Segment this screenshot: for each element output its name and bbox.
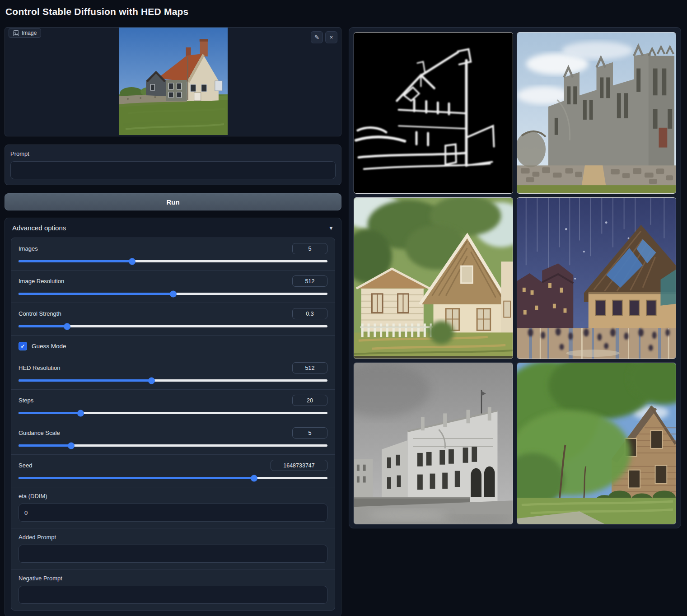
slider-track-hed-resolution[interactable] bbox=[19, 379, 327, 382]
advanced-options-accordion: Advanced options ▼ Images 5 Image Resolu… bbox=[5, 218, 341, 616]
slider-handle-images[interactable] bbox=[129, 258, 136, 265]
slider-value-control-strength[interactable]: 0.3 bbox=[292, 308, 327, 319]
slider-track-control-strength[interactable] bbox=[19, 325, 327, 327]
slider-track-seed[interactable] bbox=[19, 477, 327, 479]
negative-prompt-row: Negative Prompt bbox=[11, 569, 335, 610]
slider-handle-hed-resolution[interactable] bbox=[148, 377, 155, 384]
negative-prompt-label: Negative Prompt bbox=[19, 575, 327, 582]
image-input-panel[interactable]: Image ✎ × bbox=[5, 27, 341, 136]
slider-fill bbox=[19, 293, 173, 295]
close-icon: × bbox=[330, 34, 333, 41]
slider-fill bbox=[19, 444, 71, 447]
guess-mode-label: Guess Mode bbox=[32, 343, 66, 350]
result-gallery bbox=[349, 27, 681, 528]
gallery-item-wooden-cottage[interactable] bbox=[354, 197, 513, 359]
guess-mode-checkbox[interactable]: ✓ bbox=[19, 342, 27, 350]
slider-fill bbox=[19, 412, 80, 414]
slider-label-image-resolution: Image Resolution bbox=[19, 278, 64, 285]
slider-row-image-resolution: Image Resolution 512 bbox=[11, 271, 335, 303]
slider-fill bbox=[19, 379, 151, 382]
added-prompt-input[interactable] bbox=[19, 545, 327, 563]
gallery-item-night-painting[interactable] bbox=[517, 197, 676, 359]
added-prompt-field[interactable] bbox=[24, 550, 322, 558]
slider-handle-seed[interactable] bbox=[251, 475, 257, 481]
added-prompt-row: Added Prompt bbox=[11, 528, 335, 569]
gallery-item-bw-photograph[interactable] bbox=[354, 363, 513, 524]
slider-row-steps: Steps 20 bbox=[11, 390, 335, 422]
slider-row-guidance-scale: Guidance Scale 5 bbox=[11, 422, 335, 455]
clear-image-button[interactable]: × bbox=[325, 31, 337, 43]
eta-row: eta (DDIM) 0 bbox=[11, 487, 335, 528]
slider-value-steps[interactable]: 20 bbox=[292, 395, 327, 406]
slider-label-seed: Seed bbox=[19, 462, 32, 469]
guess-mode-row[interactable]: ✓ Guess Mode bbox=[11, 336, 335, 357]
slider-handle-guidance-scale[interactable] bbox=[68, 442, 75, 449]
slider-fill bbox=[19, 325, 67, 327]
slider-value-seed[interactable]: 1648733747 bbox=[271, 460, 327, 471]
image-input-label: Image bbox=[22, 30, 37, 36]
slider-value-image-resolution[interactable]: 512 bbox=[292, 275, 327, 287]
control-column: Image ✎ × bbox=[5, 27, 341, 616]
uploaded-image[interactable] bbox=[119, 28, 228, 135]
slider-value-guidance-scale[interactable]: 5 bbox=[292, 427, 327, 439]
prompt-input[interactable] bbox=[16, 167, 330, 174]
chevron-down-icon: ▼ bbox=[328, 225, 334, 231]
eta-input[interactable]: 0 bbox=[19, 504, 327, 522]
slider-handle-image-resolution[interactable] bbox=[170, 290, 177, 297]
gallery-item-hed-edge-map[interactable] bbox=[354, 32, 513, 194]
slider-row-control-strength: Control Strength 0.3 bbox=[11, 303, 335, 336]
edit-image-button[interactable]: ✎ bbox=[311, 31, 323, 43]
slider-label-hed-resolution: HED Resolution bbox=[19, 364, 61, 371]
pencil-icon: ✎ bbox=[314, 34, 319, 41]
slider-row-seed: Seed 1648733747 bbox=[11, 455, 335, 487]
slider-fill bbox=[19, 260, 132, 262]
slider-handle-steps[interactable] bbox=[77, 410, 84, 416]
negative-prompt-field[interactable] bbox=[24, 591, 322, 599]
run-button[interactable]: Run bbox=[5, 193, 341, 210]
slider-fill bbox=[19, 477, 254, 479]
slider-row-images: Images 5 bbox=[11, 238, 335, 271]
image-input-label-chip: Image bbox=[9, 28, 41, 38]
prompt-label: Prompt bbox=[10, 150, 336, 157]
advanced-options-form: Images 5 Image Resolution 512 Contro bbox=[11, 238, 335, 611]
negative-prompt-input[interactable] bbox=[19, 586, 327, 604]
slider-label-steps: Steps bbox=[19, 397, 33, 404]
eta-label: eta (DDIM) bbox=[19, 493, 327, 499]
slider-handle-control-strength[interactable] bbox=[64, 323, 70, 330]
image-icon bbox=[13, 30, 19, 36]
slider-row-hed-resolution: HED Resolution 512 bbox=[11, 357, 335, 390]
slider-track-image-resolution[interactable] bbox=[19, 293, 327, 295]
slider-track-images[interactable] bbox=[19, 260, 327, 262]
slider-label-images: Images bbox=[19, 245, 38, 252]
advanced-options-title: Advanced options bbox=[12, 224, 66, 232]
page-title: Control Stable Diffusion with HED Maps bbox=[5, 6, 188, 17]
slider-label-guidance-scale: Guidance Scale bbox=[19, 429, 60, 436]
slider-track-steps[interactable] bbox=[19, 412, 327, 414]
added-prompt-label: Added Prompt bbox=[19, 534, 327, 541]
slider-label-control-strength: Control Strength bbox=[19, 310, 61, 317]
slider-track-guidance-scale[interactable] bbox=[19, 444, 327, 447]
advanced-options-header[interactable]: Advanced options ▼ bbox=[5, 218, 341, 238]
gallery-item-cathedral[interactable] bbox=[517, 32, 676, 194]
gallery-item-brick-house[interactable] bbox=[517, 363, 676, 524]
prompt-input-wrap[interactable] bbox=[10, 161, 336, 179]
slider-value-hed-resolution[interactable]: 512 bbox=[292, 362, 327, 373]
slider-value-images[interactable]: 5 bbox=[292, 243, 327, 254]
prompt-panel: Prompt bbox=[5, 145, 341, 185]
